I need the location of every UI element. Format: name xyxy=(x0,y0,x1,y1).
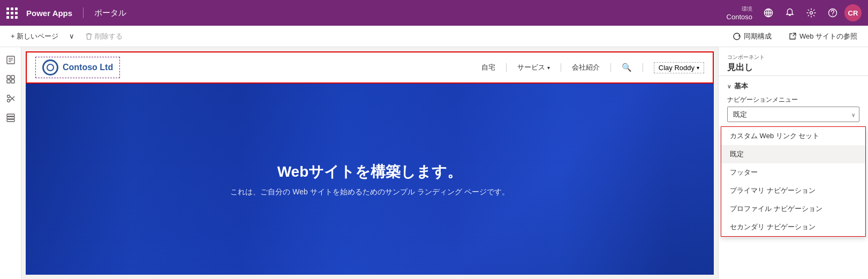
hero-section: Webサイトを構築します。 これは、ご自分の Web サイトを始めるためのサンプ… xyxy=(26,84,714,275)
dropdown-item-primary-nav[interactable]: プライマリ ナビゲーション xyxy=(721,182,865,200)
right-panel: コンポーネント 見出し ∨ 基本 ナビゲーションメニュー カスタム Web リン… xyxy=(718,47,868,279)
title-divider xyxy=(83,7,84,18)
toolbar-left: + 新しいページ ∨ 削除する xyxy=(6,29,127,43)
view-label: Web サイトの参照 xyxy=(799,32,857,41)
scissors-icon xyxy=(6,94,16,103)
nav-item-about[interactable]: 会社紹介 xyxy=(572,63,600,72)
toolbar-right: 同期構成 Web サイトの参照 xyxy=(729,29,862,43)
environment-block: 環境 Contoso xyxy=(727,5,752,21)
pages-icon xyxy=(6,55,16,65)
nav-links: 自宅 サービス▾ 会社紹介 🔍 Clay Roddy▾ xyxy=(481,62,704,73)
dropdown-open: カスタム Web リンク セット 既定 フッター プライマリ ナビゲーション プ… xyxy=(721,126,866,237)
hero-content: Webサイトを構築します。 これは、ご自分の Web サイトを始めるためのサンプ… xyxy=(230,162,509,197)
env-name: Contoso xyxy=(727,13,752,21)
env-label: 環境 xyxy=(742,5,752,13)
nav-search-icon[interactable]: 🔍 xyxy=(622,63,632,72)
left-sidebar xyxy=(0,47,21,279)
svg-rect-21 xyxy=(7,119,14,122)
logo-area[interactable]: Contoso Ltd xyxy=(35,57,120,78)
app-title: Power Apps xyxy=(26,9,72,18)
nav-divider-4 xyxy=(643,63,643,72)
dropdown-item-default[interactable]: 既定 xyxy=(721,145,865,163)
pages-sidebar-button[interactable] xyxy=(2,51,19,69)
panel-header: コンポーネント 見出し xyxy=(719,47,868,76)
section-chevron-icon: ∨ xyxy=(727,84,731,89)
basic-section-label: 基本 xyxy=(734,81,748,91)
question-icon xyxy=(828,8,837,18)
svg-point-6 xyxy=(832,14,833,16)
svg-rect-14 xyxy=(11,80,14,83)
nav-menu-select[interactable]: カスタム Web リンク セット 既定 フッター プライマリ ナビゲーション プ… xyxy=(727,107,859,122)
main-layout: Contoso Ltd 自宅 サービス▾ 会社紹介 🔍 Clay Roddy▾ … xyxy=(0,47,868,279)
nav-menu-field-label: ナビゲーションメニュー xyxy=(719,95,868,107)
settings-button[interactable] xyxy=(802,3,821,22)
delete-label: 削除する xyxy=(95,32,123,41)
nav-user-menu[interactable]: Clay Roddy▾ xyxy=(654,62,704,73)
dropdown-item-footer[interactable]: フッター xyxy=(721,163,865,182)
panel-title: 見出し xyxy=(727,62,859,73)
dropdown-arrow-button[interactable]: ∨ xyxy=(65,30,79,42)
data-sidebar-button[interactable] xyxy=(2,109,19,126)
hero-subtitle: これは、ご自分の Web サイトを始めるためのサンプル ランディング ページです… xyxy=(230,187,509,197)
panel-section-header: ∨ 基本 xyxy=(719,76,868,95)
hero-title: Webサイトを構築します。 xyxy=(230,162,509,182)
environment-icon-button[interactable] xyxy=(759,3,778,22)
sync-button[interactable]: 同期構成 xyxy=(729,29,776,43)
dropdown-item-profile-nav[interactable]: プロファイル ナビゲーション xyxy=(721,200,865,218)
themes-sidebar-button[interactable] xyxy=(2,90,19,107)
new-page-label: + 新しいページ xyxy=(11,32,58,41)
top-navigation-bar: Power Apps ポータル 環境 Contoso xyxy=(0,0,868,26)
nav-divider-2 xyxy=(561,63,561,72)
toolbar: + 新しいページ ∨ 削除する 同期構成 Web サイトの参照 xyxy=(0,26,868,47)
svg-rect-20 xyxy=(7,117,14,119)
top-bar-right: 環境 Contoso xyxy=(727,3,862,22)
globe-icon xyxy=(764,8,773,18)
components-icon xyxy=(6,74,16,84)
logo-text: Contoso Ltd xyxy=(63,63,113,72)
preview-header[interactable]: Contoso Ltd 自宅 サービス▾ 会社紹介 🔍 Clay Roddy▾ xyxy=(26,51,714,84)
data-icon xyxy=(6,113,16,123)
dropdown-chevron-icon: ∨ xyxy=(69,32,74,40)
canvas-area: Contoso Ltd 自宅 サービス▾ 会社紹介 🔍 Clay Roddy▾ … xyxy=(21,47,718,279)
svg-rect-19 xyxy=(7,114,14,116)
trash-icon xyxy=(85,33,93,40)
user-avatar-button[interactable]: CR xyxy=(844,4,862,21)
notifications-button[interactable] xyxy=(780,3,799,22)
dropdown-item-custom-weblink[interactable]: カスタム Web リンク セット xyxy=(721,127,865,145)
help-button[interactable] xyxy=(823,3,842,22)
svg-rect-12 xyxy=(11,76,14,79)
nav-item-services[interactable]: サービス▾ xyxy=(517,63,550,72)
sync-label: 同期構成 xyxy=(744,32,772,41)
nav-divider-1 xyxy=(506,63,507,72)
app-launcher-icon[interactable] xyxy=(6,7,18,19)
new-page-button[interactable]: + 新しいページ xyxy=(6,29,63,43)
components-sidebar-button[interactable] xyxy=(2,71,19,88)
logo-circle-outer xyxy=(42,59,58,76)
svg-point-4 xyxy=(810,12,813,14)
sync-icon xyxy=(733,33,741,40)
gear-icon xyxy=(806,8,816,18)
svg-point-15 xyxy=(7,95,10,98)
delete-button[interactable]: 削除する xyxy=(81,29,127,43)
external-link-icon xyxy=(789,33,796,40)
dropdown-item-secondary-nav[interactable]: セカンダリ ナビゲーション xyxy=(721,218,865,236)
nav-divider-3 xyxy=(610,63,611,72)
nav-item-home[interactable]: 自宅 xyxy=(481,63,495,72)
view-website-button[interactable]: Web サイトの参照 xyxy=(784,29,862,43)
nav-menu-select-wrapper: カスタム Web リンク セット 既定 フッター プライマリ ナビゲーション プ… xyxy=(727,107,859,122)
svg-point-16 xyxy=(7,100,10,102)
svg-rect-13 xyxy=(7,80,10,83)
top-bar-left: Power Apps ポータル xyxy=(6,7,126,19)
svg-rect-11 xyxy=(7,76,10,79)
portal-label: ポータル xyxy=(94,8,126,18)
logo-circle-inner xyxy=(47,64,54,71)
panel-subtitle: コンポーネント xyxy=(727,54,859,61)
bell-icon xyxy=(785,8,795,18)
